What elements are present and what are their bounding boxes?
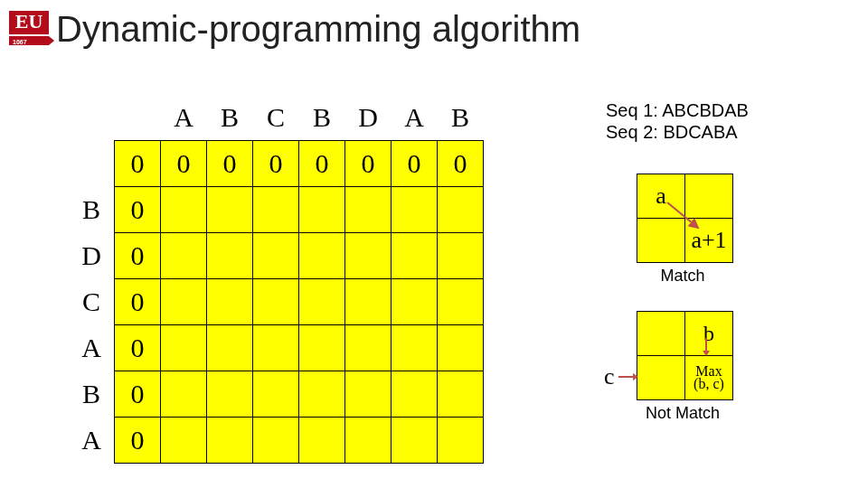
dp-row-header bbox=[69, 141, 115, 187]
dp-cell bbox=[345, 418, 392, 464]
dp-cell: 0 bbox=[345, 141, 392, 187]
dp-col-header: C bbox=[253, 95, 299, 141]
dp-row-header: C bbox=[69, 279, 115, 325]
dp-cell bbox=[345, 325, 392, 371]
dp-row-header: A bbox=[69, 418, 115, 464]
eu-logo-year: 1067 bbox=[13, 39, 27, 45]
dp-cell bbox=[438, 371, 484, 418]
dp-col-header bbox=[115, 95, 161, 141]
dp-col-header: D bbox=[345, 95, 392, 141]
dp-col-header: A bbox=[161, 95, 207, 141]
dp-cell: 0 bbox=[253, 141, 299, 187]
dp-cell bbox=[299, 279, 345, 325]
dp-col-header: B bbox=[207, 95, 253, 141]
eu-logo: EU 1067 bbox=[9, 11, 49, 51]
dp-corner bbox=[69, 95, 115, 141]
dp-cell bbox=[207, 325, 253, 371]
notmatch-cell-br: Max (b, c) bbox=[685, 356, 733, 400]
dp-cell: 0 bbox=[115, 187, 161, 233]
notmatch-br-line2: (b, c) bbox=[693, 376, 724, 391]
dp-cell: 0 bbox=[115, 141, 161, 187]
page-title: Dynamic-programming algorithm bbox=[56, 9, 580, 50]
dp-cell bbox=[253, 279, 299, 325]
dp-cell: 0 bbox=[115, 279, 161, 325]
match-cell-bl bbox=[637, 219, 685, 263]
match-mini-table: a a+1 bbox=[637, 174, 733, 263]
match-legend: a a+1 Match bbox=[606, 174, 760, 286]
dp-cell bbox=[299, 418, 345, 464]
dp-cell bbox=[299, 325, 345, 371]
dp-cell bbox=[207, 418, 253, 464]
dp-cell bbox=[438, 279, 484, 325]
dp-col-header: B bbox=[299, 95, 345, 141]
dp-table: A B C B D A B 0 0 0 0 0 0 0 0 B 0 bbox=[69, 95, 484, 464]
dp-cell: 0 bbox=[161, 141, 207, 187]
notmatch-legend: b Max (b, c) c Not Match bbox=[606, 311, 778, 423]
seq2-label: Seq 2: BDCABA bbox=[606, 121, 841, 143]
dp-cell bbox=[253, 233, 299, 279]
notmatch-cell-tl bbox=[637, 312, 685, 356]
dp-col-header: B bbox=[438, 95, 484, 141]
dp-cell bbox=[161, 325, 207, 371]
dp-cell bbox=[392, 233, 438, 279]
dp-cell: 0 bbox=[115, 371, 161, 418]
dp-cell bbox=[161, 279, 207, 325]
notmatch-cell-tr: b bbox=[685, 312, 733, 356]
dp-cell bbox=[253, 371, 299, 418]
arrow-down-icon bbox=[705, 338, 707, 351]
dp-cell bbox=[438, 187, 484, 233]
dp-cell bbox=[345, 371, 392, 418]
match-cell-tr bbox=[685, 174, 733, 219]
dp-row-header: A bbox=[69, 325, 115, 371]
dp-cell bbox=[392, 187, 438, 233]
dp-cell bbox=[438, 325, 484, 371]
dp-cell bbox=[161, 187, 207, 233]
notmatch-caption: Not Match bbox=[637, 404, 729, 423]
dp-cell: 0 bbox=[438, 141, 484, 187]
match-caption: Match bbox=[637, 267, 729, 286]
dp-cell bbox=[392, 371, 438, 418]
dp-cell bbox=[345, 279, 392, 325]
dp-table-area: A B C B D A B 0 0 0 0 0 0 0 0 B 0 bbox=[69, 95, 484, 464]
dp-row-header: B bbox=[69, 371, 115, 418]
dp-cell bbox=[207, 279, 253, 325]
eu-logo-text: EU bbox=[9, 11, 49, 34]
dp-cell bbox=[392, 279, 438, 325]
dp-cell: 0 bbox=[115, 418, 161, 464]
seq1-label: Seq 1: ABCBDAB bbox=[606, 99, 841, 121]
dp-cell bbox=[299, 371, 345, 418]
dp-cell bbox=[345, 233, 392, 279]
notmatch-mini-table: b Max (b, c) bbox=[637, 311, 733, 400]
dp-cell bbox=[253, 418, 299, 464]
dp-cell: 0 bbox=[115, 233, 161, 279]
legend-panel: Seq 1: ABCBDAB Seq 2: BDCABA a a+1 Match bbox=[606, 99, 841, 423]
dp-cell bbox=[438, 418, 484, 464]
dp-row-header: B bbox=[69, 187, 115, 233]
match-cell-br: a+1 bbox=[685, 219, 733, 263]
dp-cell bbox=[253, 187, 299, 233]
dp-cell: 0 bbox=[392, 141, 438, 187]
dp-cell bbox=[345, 187, 392, 233]
dp-col-header: A bbox=[392, 95, 438, 141]
dp-cell bbox=[161, 371, 207, 418]
notmatch-cell-bl bbox=[637, 356, 685, 400]
dp-cell: 0 bbox=[299, 141, 345, 187]
dp-cell bbox=[392, 418, 438, 464]
match-cell-tl: a bbox=[637, 174, 685, 219]
dp-cell bbox=[161, 418, 207, 464]
dp-cell bbox=[207, 187, 253, 233]
dp-cell bbox=[299, 233, 345, 279]
dp-cell bbox=[207, 371, 253, 418]
dp-cell: 0 bbox=[207, 141, 253, 187]
dp-cell: 0 bbox=[115, 325, 161, 371]
dp-cell bbox=[253, 325, 299, 371]
eu-logo-banner: 1067 bbox=[9, 34, 49, 47]
dp-row-header: D bbox=[69, 233, 115, 279]
dp-cell bbox=[161, 233, 207, 279]
arrow-right-icon bbox=[618, 376, 633, 378]
dp-cell bbox=[438, 233, 484, 279]
dp-cell bbox=[299, 187, 345, 233]
dp-cell bbox=[392, 325, 438, 371]
notmatch-left-label: c bbox=[604, 363, 615, 390]
dp-cell bbox=[207, 233, 253, 279]
